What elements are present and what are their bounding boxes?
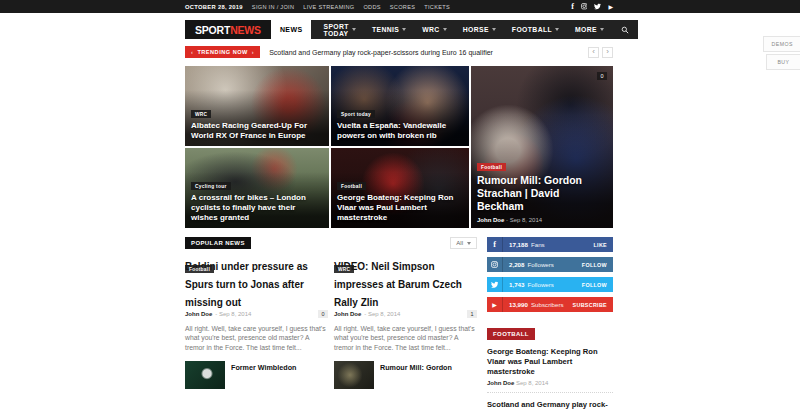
- article-meta: John Doe Sep 8, 2014 1: [334, 310, 477, 318]
- like-button[interactable]: LIKE: [594, 242, 607, 248]
- article-excerpt: All right. Well, take care yourself, I g…: [334, 324, 477, 352]
- article-title: Rumour Mill: Gordon Strachan | David Bec…: [477, 174, 607, 213]
- hero-grid: WRC Albatec Racing Geared-Up For World R…: [185, 66, 613, 228]
- buy-ribbon-button[interactable]: BUY: [766, 54, 800, 70]
- logo-text-sport: SPORT: [195, 24, 230, 36]
- search-icon: [621, 26, 629, 34]
- topbar-link-odds[interactable]: ODDS: [363, 4, 380, 10]
- facebook-icon: [487, 237, 503, 252]
- nav-item-football[interactable]: FOOTBALL: [504, 20, 567, 39]
- trending-prev-button[interactable]: ‹: [588, 47, 599, 58]
- hero-article-crossrail[interactable]: Cycling tour A crossrail for bikes – Lon…: [185, 148, 329, 228]
- current-date: OCTOBER 28, 2019: [185, 4, 243, 10]
- category-badge[interactable]: Cycling tour: [191, 182, 231, 190]
- nav-item-wrc[interactable]: WRC: [414, 20, 454, 39]
- article-card-baldini: Football Baldini under pressure as Spurs…: [185, 256, 328, 389]
- youtube-icon[interactable]: [608, 3, 613, 10]
- publish-date: Sep 8, 2014: [506, 217, 542, 223]
- article-title: George Boateng: Keeping Ron Vlaar was Pa…: [337, 193, 463, 223]
- chevron-down-icon: [402, 28, 406, 31]
- list-item[interactable]: Scotland and Germany play rock-paper-sci…: [487, 393, 613, 410]
- twitter-icon[interactable]: [594, 3, 601, 10]
- article-meta: John Doe Sep 8, 2014: [477, 217, 607, 223]
- chevron-down-icon: [467, 242, 471, 245]
- trending-next-button[interactable]: ›: [602, 47, 613, 58]
- hero-article-vuelta[interactable]: Sport today Vuelta a España: Vandewalle …: [331, 66, 469, 146]
- comment-count-badge[interactable]: 0: [318, 310, 328, 318]
- comment-count-badge: 0: [597, 72, 607, 80]
- publish-date: Sep 8, 2014: [215, 311, 251, 317]
- article-title: George Boateng: Keeping Ron Vlaar was Pa…: [487, 347, 613, 377]
- category-badge[interactable]: Sport today: [337, 110, 375, 118]
- nav-item-tennis[interactable]: TENNIS: [364, 20, 414, 39]
- list-item[interactable]: George Boateng: Keeping Ron Vlaar was Pa…: [487, 340, 613, 393]
- article-thumbnail: [334, 361, 374, 389]
- trending-bar: TRENDING NOW Scotland and Germany play r…: [185, 44, 613, 60]
- demos-ribbon-button[interactable]: DEMOS: [763, 36, 800, 52]
- author-link[interactable]: John Doe: [487, 380, 514, 386]
- main-nav: SPORTNEWS NEWS SPORT TODAY TENNIS WRC HO…: [185, 20, 613, 39]
- instagram-icon[interactable]: [581, 3, 588, 10]
- site-logo[interactable]: SPORTNEWS: [185, 20, 271, 39]
- author-link[interactable]: John Doe: [334, 311, 361, 317]
- logo-text-news: NEWS: [230, 24, 261, 36]
- category-badge[interactable]: Football: [477, 163, 506, 171]
- sidebar: 17,188 Fans LIKE 2,208 Followers FOLLOW …: [487, 237, 613, 410]
- football-section-heading: FOOTBALL: [487, 328, 535, 340]
- chevron-down-icon: [555, 28, 559, 31]
- nav-item-more[interactable]: MORE: [567, 20, 612, 39]
- nav-item-horse[interactable]: HORSE: [455, 20, 504, 39]
- chevron-down-icon: [600, 28, 604, 31]
- follow-button[interactable]: FOLLOW: [582, 262, 607, 268]
- hero-featured-article[interactable]: 0 Football Rumour Mill: Gordon Strachan …: [471, 66, 613, 228]
- follow-button[interactable]: FOLLOW: [582, 282, 607, 288]
- category-badge[interactable]: WRC: [191, 110, 211, 118]
- comment-count-badge[interactable]: 1: [467, 310, 477, 318]
- nav-menu-bar: SPORT TODAY TENNIS WRC HORSE FOOTBALL MO…: [311, 20, 638, 39]
- topbar-link-scores[interactable]: SCORES: [390, 4, 415, 10]
- topbar-link-tickets[interactable]: TICKETS: [424, 4, 450, 10]
- social-counter-instagram[interactable]: 2,208 Followers FOLLOW: [487, 257, 613, 272]
- publish-date: Sep 8, 2014: [516, 380, 548, 386]
- social-counter-facebook[interactable]: 17,188 Fans LIKE: [487, 237, 613, 252]
- social-counter-youtube[interactable]: 13,990 Subscribers SUBSCRIBE: [487, 297, 613, 312]
- category-filter-dropdown[interactable]: All: [450, 237, 477, 249]
- nav-item-news[interactable]: NEWS: [271, 20, 312, 39]
- article-title: Albatec Racing Geared-Up For World RX Of…: [191, 121, 323, 141]
- search-button[interactable]: [612, 20, 638, 39]
- article-card-simpson: WRC VIDEO: Neil Simpson impresses at Bar…: [334, 256, 477, 389]
- theme-ribbons: DEMOS BUY: [763, 36, 800, 70]
- article-meta: John Doe Sep 8, 2014 0: [185, 310, 328, 318]
- subscribe-button[interactable]: SUBSCRIBE: [573, 302, 607, 308]
- topbar: OCTOBER 28, 2019 SIGN IN / JOIN LIVE STR…: [0, 0, 800, 13]
- twitter-icon: [487, 277, 503, 292]
- youtube-icon: [487, 297, 503, 312]
- popular-news-heading: POPULAR NEWS: [185, 237, 251, 249]
- chevron-down-icon: [352, 28, 356, 31]
- list-item[interactable]: Former Wimbledon: [185, 361, 328, 389]
- topbar-link-live-streaming[interactable]: LIVE STREAMING: [303, 4, 354, 10]
- instagram-icon: [487, 257, 503, 272]
- trending-badge: TRENDING NOW: [185, 46, 260, 58]
- article-thumbnail: [185, 361, 225, 389]
- article-title: Scotland and Germany play rock-paper-sci…: [487, 400, 613, 410]
- publish-date: Sep 8, 2014: [364, 311, 400, 317]
- nav-item-sport-today[interactable]: SPORT TODAY: [315, 20, 363, 39]
- social-counter-twitter[interactable]: 1,743 Followers FOLLOW: [487, 277, 613, 292]
- list-item[interactable]: Rumour Mill: Gordon: [334, 361, 477, 389]
- chevron-down-icon: [443, 28, 447, 31]
- hero-article-boateng[interactable]: Football George Boateng: Keeping Ron Vla…: [331, 148, 469, 228]
- author-link[interactable]: John Doe: [185, 311, 212, 317]
- trending-headline[interactable]: Scotland and Germany play rock-paper-sci…: [269, 49, 493, 56]
- chevron-down-icon: [492, 28, 496, 31]
- article-excerpt: All right. Well, take care yourself, I g…: [185, 324, 328, 352]
- article-title: A crossrail for bikes – London cyclists …: [191, 193, 323, 223]
- hero-article-albatec[interactable]: WRC Albatec Racing Geared-Up For World R…: [185, 66, 329, 146]
- football-news-section: FOOTBALL George Boateng: Keeping Ron Vla…: [487, 322, 613, 410]
- popular-news-section: POPULAR NEWS All Football Baldini under …: [185, 237, 477, 410]
- author-link[interactable]: John Doe: [477, 217, 504, 223]
- facebook-icon[interactable]: [571, 2, 574, 11]
- topbar-link-signin[interactable]: SIGN IN / JOIN: [252, 4, 294, 10]
- article-meta: John Doe Sep 8, 2014: [487, 380, 613, 386]
- category-badge[interactable]: Football: [337, 182, 366, 190]
